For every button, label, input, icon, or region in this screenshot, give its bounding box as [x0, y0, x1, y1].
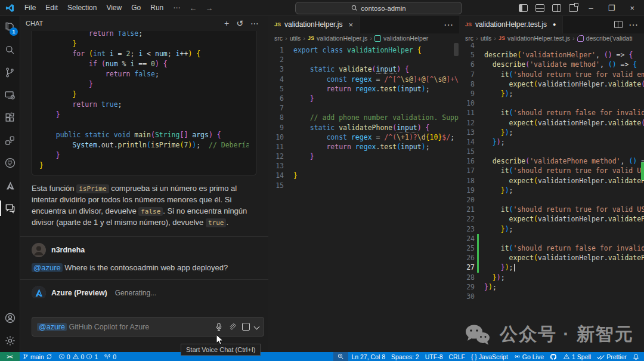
cursor-position[interactable]: Ln 27, Col 8	[348, 353, 388, 360]
code-line[interactable]: 19 });	[459, 186, 644, 195]
attach-context-icon[interactable]	[228, 323, 236, 331]
nav-back-icon[interactable]: ←	[185, 4, 201, 13]
code-line[interactable]: 6 }	[268, 94, 459, 103]
customize-layout-icon[interactable]	[569, 4, 578, 12]
menu-run[interactable]: Run	[145, 0, 168, 16]
branch-indicator[interactable]: main	[20, 353, 55, 360]
azure-icon[interactable]	[0, 174, 20, 197]
send-options-chevron-icon[interactable]	[254, 324, 260, 330]
breadcrumb-src[interactable]: src	[274, 35, 283, 42]
command-center-search[interactable]: contoso-admin	[295, 2, 462, 14]
code-line[interactable]: 2	[268, 55, 459, 64]
editor1-code[interactable]: 1export class validationHelper {23 stati…	[268, 43, 459, 190]
menu-file[interactable]: File	[20, 0, 41, 16]
encoding-indicator[interactable]: UTF-8	[422, 353, 446, 360]
code-line[interactable]: 4 const regex = /^[^\s@]+@[^\s@]+\	[268, 75, 459, 84]
indentation-indicator[interactable]: Spaces: 2	[388, 353, 422, 360]
code-line[interactable]: 12 }	[268, 152, 459, 161]
breadcrumb-file[interactable]: validationHelper.js	[317, 35, 367, 42]
code-line[interactable]: 16 describe('validatePhone method', () =	[459, 156, 644, 166]
new-chat-icon[interactable]: +	[221, 18, 233, 28]
code-line[interactable]: 5describe('validationHelper', () => {	[459, 50, 644, 60]
code-line[interactable]: 13	[268, 161, 459, 171]
code-line[interactable]: 25 it('should return false for invalid	[459, 243, 644, 253]
code-line[interactable]: 9 });	[459, 89, 644, 98]
editor2-breadcrumb[interactable]: src› utils› JS validationHelper.test.js›…	[459, 33, 644, 43]
code-line[interactable]: 13 });	[459, 128, 644, 137]
code-line[interactable]: 30	[459, 292, 644, 301]
code-line[interactable]: 11 it('should return false for invalid	[459, 108, 644, 118]
code-line[interactable]: 18 expect(validationHelper.validatePh	[459, 176, 644, 186]
editor1-more-actions-icon[interactable]: ⋯	[444, 19, 453, 30]
remote-indicator[interactable]: ><	[0, 352, 20, 361]
editor1-breadcrumb[interactable]: src› utils› JS validationHelper.js› vali…	[268, 33, 459, 43]
language-mode[interactable]: { }JavaScript	[468, 353, 511, 360]
tab-validationHelper-test-js[interactable]: JS validationHelper.test.js ●	[459, 16, 563, 33]
github-status-icon[interactable]	[547, 353, 560, 360]
chat-history-icon[interactable]: ↺	[233, 18, 247, 28]
tab-close-icon[interactable]: ×	[348, 20, 353, 29]
tab-validationHelper-js[interactable]: JS validationHelper.js ×	[268, 16, 360, 33]
code-line[interactable]: 14}	[268, 171, 459, 180]
nav-forward-icon[interactable]: →	[201, 4, 217, 13]
code-line[interactable]: 3 static validate(input) {	[268, 64, 459, 74]
code-line[interactable]: 15	[268, 181, 459, 190]
extensions-icon[interactable]	[0, 106, 20, 129]
code-line[interactable]: 11 return regex.test(input);	[268, 142, 459, 152]
toggle-sidebar-icon[interactable]	[519, 4, 528, 12]
notifications-bell-icon[interactable]	[630, 353, 644, 360]
go-live-button[interactable]: Go Live	[511, 353, 547, 360]
window-close-button[interactable]: ×	[626, 4, 638, 13]
breadcrumb-symbol[interactable]: describe('validati	[586, 35, 633, 42]
eol-indicator[interactable]: CRLF	[445, 353, 467, 360]
code-line[interactable]: 10 const regex = /^(\+1)?\d{10}$/;	[268, 132, 459, 142]
code-line[interactable]: 28 });	[459, 273, 644, 282]
explorer-icon[interactable]: 1	[0, 16, 20, 38]
ports-indicator[interactable]: 0	[101, 353, 119, 360]
code-line[interactable]: 24	[459, 234, 644, 243]
breadcrumb-symbol[interactable]: validationHelper	[383, 35, 428, 42]
code-line[interactable]: 7	[268, 103, 459, 113]
code-line[interactable]: 7 it('should return true for valid ema	[459, 70, 644, 79]
code-line[interactable]: 21 it('should return true for valid US	[459, 205, 644, 214]
breadcrumb-utils[interactable]: utils	[481, 35, 492, 42]
spell-checker-status[interactable]: 1 Spell	[560, 353, 594, 360]
code-line[interactable]: 8 // add phone number validation. Supp	[268, 113, 459, 122]
breadcrumb-src[interactable]: src	[465, 35, 473, 42]
code-line[interactable]: 9 static validatePhone(input) {	[268, 123, 459, 132]
code-line[interactable]: 20	[459, 195, 644, 205]
code-line[interactable]: 12 expect(validationHelper.validate(	[459, 118, 644, 128]
remote-explorer-icon[interactable]	[0, 84, 20, 106]
editor2-more-actions-icon[interactable]: ⋯	[628, 19, 638, 30]
search-view-icon[interactable]	[0, 38, 20, 61]
microphone-icon[interactable]	[215, 323, 222, 331]
editor2-code[interactable]: 45describe('validationHelper', () => {6 …	[459, 41, 644, 301]
code-line[interactable]: 1export class validationHelper {	[268, 45, 459, 55]
code-line[interactable]: 23 });	[459, 224, 644, 234]
code-line[interactable]: 22 expect(validationHelper.validatePh	[459, 214, 644, 224]
breadcrumb-utils[interactable]: utils	[290, 35, 301, 42]
code-line[interactable]: 5 return regex.test(input);	[268, 84, 459, 94]
azure-resources-icon[interactable]	[0, 129, 20, 152]
zoom-indicator[interactable]	[333, 352, 348, 361]
window-restore-button[interactable]: ❐	[605, 4, 619, 13]
source-control-icon[interactable]	[0, 61, 20, 84]
prettier-status[interactable]: Prettier	[594, 353, 630, 360]
tab-modified-dot-icon[interactable]: ●	[553, 21, 556, 27]
send-button[interactable]	[242, 323, 250, 331]
chat-more-icon[interactable]: ⋯	[247, 18, 262, 28]
code-line[interactable]: 8 expect(validationHelper.validate('	[459, 79, 644, 89]
menu-go[interactable]: Go	[126, 0, 145, 16]
menu-view[interactable]: View	[101, 0, 126, 16]
window-minimize-button[interactable]: –	[586, 4, 597, 13]
problems-indicator[interactable]: 0 0 1	[55, 353, 101, 360]
chat-input[interactable]: @azure GitHub Copilot for Azure	[32, 317, 264, 337]
toggle-secondary-sidebar-icon[interactable]	[552, 4, 561, 12]
code-line[interactable]: 17 it('should return true for valid US	[459, 166, 644, 175]
code-line[interactable]: 15	[459, 147, 644, 156]
menu-more-icon[interactable]: ⋯	[168, 4, 185, 12]
menu-edit[interactable]: Edit	[41, 0, 63, 16]
code-line[interactable]: 14 });	[459, 137, 644, 147]
menu-selection[interactable]: Selection	[63, 0, 101, 16]
code-line[interactable]: 26 expect(validationHelper.validatePh	[459, 253, 644, 263]
